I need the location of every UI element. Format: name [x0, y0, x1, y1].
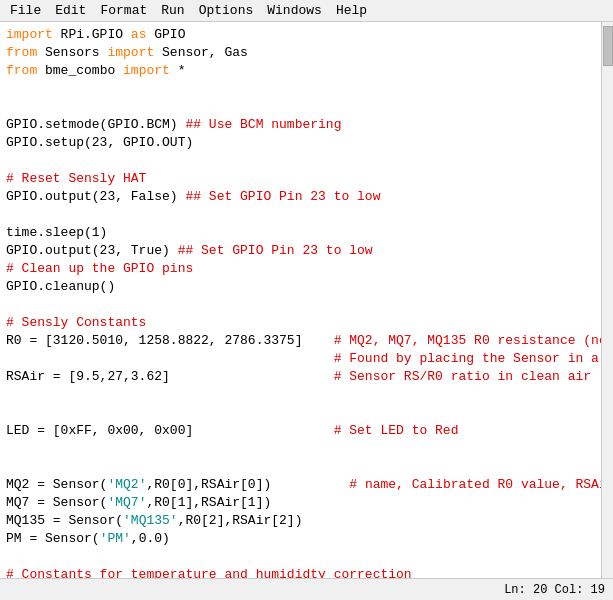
code-line-16 [6, 296, 595, 314]
menubar: File Edit Format Run Options Windows Hel… [0, 0, 613, 22]
code-line-30 [6, 548, 595, 566]
code-line-19: # Found by placing the Sensor in a c [6, 350, 595, 368]
menu-help[interactable]: Help [330, 1, 373, 20]
editor: import RPi.GPIO as GPIOfrom Sensors impo… [0, 22, 613, 578]
code-line-6: GPIO.setmode(GPIO.BCM) ## Use BCM number… [6, 116, 595, 134]
scrollbar-vertical[interactable] [601, 22, 613, 578]
code-line-17: # Sensly Constants [6, 314, 595, 332]
code-line-24 [6, 440, 595, 458]
code-line-22 [6, 404, 595, 422]
code-line-3: from bme_combo import * [6, 62, 595, 80]
code-line-25 [6, 458, 595, 476]
code-line-1: import RPi.GPIO as GPIO [6, 26, 595, 44]
code-line-8 [6, 152, 595, 170]
code-line-27: MQ7 = Sensor('MQ7',R0[1],RSAir[1]) [6, 494, 595, 512]
code-line-9: # Reset Sensly HAT [6, 170, 595, 188]
menu-format[interactable]: Format [94, 1, 153, 20]
code-line-26: MQ2 = Sensor('MQ2',R0[0],RSAir[0]) # nam… [6, 476, 595, 494]
code-line-2: from Sensors import Sensor, Gas [6, 44, 595, 62]
cursor-position: Ln: 20 Col: 19 [504, 583, 605, 597]
code-line-28: MQ135 = Sensor('MQ135',R0[2],RSAir[2]) [6, 512, 595, 530]
code-line-18: R0 = [3120.5010, 1258.8822, 2786.3375] #… [6, 332, 595, 350]
app-window: File Edit Format Run Options Windows Hel… [0, 0, 613, 600]
code-line-5 [6, 98, 595, 116]
menu-run[interactable]: Run [155, 1, 190, 20]
menu-options[interactable]: Options [193, 1, 260, 20]
menu-edit[interactable]: Edit [49, 1, 92, 20]
code-line-21 [6, 386, 595, 404]
scrollbar-thumb[interactable] [603, 26, 613, 66]
code-line-14: # Clean up the GPIO pins [6, 260, 595, 278]
code-line-13: GPIO.output(23, True) ## Set GPIO Pin 23… [6, 242, 595, 260]
code-line-4 [6, 80, 595, 98]
code-line-29: PM = Sensor('PM',0.0) [6, 530, 595, 548]
code-line-31: # Constants for temperature and humididt… [6, 566, 595, 578]
code-area[interactable]: import RPi.GPIO as GPIOfrom Sensors impo… [0, 22, 601, 578]
code-line-23: LED = [0xFF, 0x00, 0x00] # Set LED to Re… [6, 422, 595, 440]
code-line-7: GPIO.setup(23, GPIO.OUT) [6, 134, 595, 152]
code-line-12: time.sleep(1) [6, 224, 595, 242]
code-line-11 [6, 206, 595, 224]
menu-windows[interactable]: Windows [261, 1, 328, 20]
code-line-10: GPIO.output(23, False) ## Set GPIO Pin 2… [6, 188, 595, 206]
menu-file[interactable]: File [4, 1, 47, 20]
code-line-15: GPIO.cleanup() [6, 278, 595, 296]
code-line-20: RSAir = [9.5,27,3.62] # Sensor RS/R0 rat… [6, 368, 595, 386]
statusbar: Ln: 20 Col: 19 [0, 578, 613, 600]
